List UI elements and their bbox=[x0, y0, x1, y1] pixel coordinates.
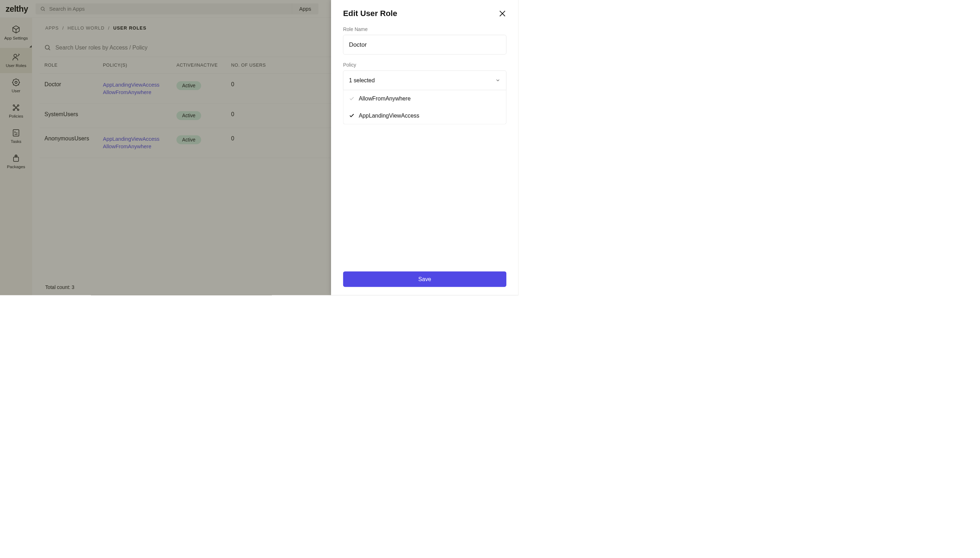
check-icon bbox=[349, 96, 355, 102]
user-count: 0 bbox=[231, 111, 235, 117]
policy-link[interactable]: AppLandingViewAccess bbox=[103, 135, 176, 143]
policy-link[interactable]: AppLandingViewAccess bbox=[103, 81, 176, 89]
svg-point-4 bbox=[13, 79, 19, 85]
svg-point-7 bbox=[13, 109, 15, 110]
status-badge: Active bbox=[176, 135, 201, 144]
sidebar-item-packages[interactable]: Packages bbox=[0, 149, 32, 174]
sidebar-item-label: App Settings bbox=[4, 36, 28, 41]
user-gear-icon bbox=[12, 78, 20, 87]
sidebar-item-app-settings[interactable]: App Settings bbox=[0, 18, 32, 48]
policy-option[interactable]: AllowFromAnywhere bbox=[343, 90, 506, 107]
policy-select-value: 1 selected bbox=[349, 77, 374, 84]
drawer-title: Edit User Role bbox=[343, 9, 397, 18]
svg-point-6 bbox=[18, 105, 19, 106]
edit-role-drawer: Edit User Role Role Name Policy 1 select… bbox=[331, 0, 519, 295]
policies-icon bbox=[12, 103, 20, 112]
breadcrumb-apps[interactable]: APPS bbox=[45, 25, 59, 30]
policy-option[interactable]: AppLandingViewAccess bbox=[343, 107, 506, 124]
svg-line-19 bbox=[49, 49, 50, 50]
sidebar-item-policies[interactable]: Policies bbox=[0, 98, 32, 124]
check-icon bbox=[349, 113, 355, 118]
svg-line-12 bbox=[14, 108, 15, 109]
th-policy: POLICY(S) bbox=[103, 63, 176, 68]
svg-line-11 bbox=[16, 106, 18, 107]
chevron-down-icon bbox=[495, 78, 501, 83]
sidebar-item-label: User Roles bbox=[6, 63, 26, 69]
svg-point-18 bbox=[45, 45, 49, 49]
svg-point-3 bbox=[15, 81, 17, 84]
search-icon bbox=[40, 6, 46, 11]
svg-line-1 bbox=[44, 10, 45, 11]
sidebar-item-label: Tasks bbox=[11, 139, 21, 144]
svg-rect-17 bbox=[13, 157, 18, 161]
policy-label: Policy bbox=[343, 62, 506, 68]
breadcrumb-current: USER ROLES bbox=[113, 25, 146, 30]
brand-logo: zelthy bbox=[6, 4, 28, 13]
svg-point-5 bbox=[13, 105, 15, 106]
policy-link[interactable]: AllowFromAnywhere bbox=[103, 143, 176, 150]
save-button[interactable]: Save bbox=[343, 271, 506, 287]
cube-icon bbox=[12, 25, 20, 33]
user-count: 0 bbox=[231, 135, 235, 141]
th-status: ACTIVE/INACTIVE bbox=[176, 63, 231, 68]
close-icon[interactable] bbox=[499, 10, 506, 18]
role-name: Doctor bbox=[44, 81, 61, 87]
sidebar: App Settings User Roles User Policies Ta… bbox=[0, 18, 32, 295]
sidebar-item-label: Policies bbox=[9, 114, 23, 119]
role-name: SystemUsers bbox=[44, 111, 78, 117]
search-icon bbox=[44, 44, 51, 51]
breadcrumb-sep: / bbox=[62, 25, 64, 30]
role-name-input[interactable] bbox=[343, 35, 506, 54]
breadcrumb-sep: / bbox=[108, 25, 110, 30]
svg-point-9 bbox=[15, 107, 17, 108]
policy-link[interactable]: AllowFromAnywhere bbox=[103, 89, 176, 96]
sidebar-item-tasks[interactable]: Tasks bbox=[0, 124, 32, 149]
global-search-input[interactable] bbox=[49, 6, 287, 12]
tasks-icon bbox=[12, 129, 20, 137]
policy-option-label: AllowFromAnywhere bbox=[359, 95, 411, 102]
sidebar-item-label: User bbox=[12, 89, 21, 94]
breadcrumb-app-name[interactable]: HELLO WORLD bbox=[67, 25, 104, 30]
svg-line-10 bbox=[14, 106, 15, 107]
th-role: ROLE bbox=[44, 63, 103, 68]
apps-dropdown[interactable]: Apps bbox=[292, 3, 318, 14]
sidebar-item-user[interactable]: User bbox=[0, 73, 32, 98]
policy-option-label: AppLandingViewAccess bbox=[359, 112, 419, 119]
svg-point-2 bbox=[14, 54, 17, 57]
user-role-icon bbox=[12, 53, 20, 61]
sidebar-item-user-roles[interactable]: User Roles bbox=[0, 48, 32, 73]
packages-icon bbox=[12, 154, 20, 162]
user-count: 0 bbox=[231, 81, 235, 87]
status-badge: Active bbox=[176, 111, 201, 120]
svg-line-13 bbox=[16, 108, 18, 109]
sidebar-item-label: Packages bbox=[7, 164, 25, 169]
global-search: Apps bbox=[36, 3, 318, 14]
svg-point-0 bbox=[41, 7, 44, 10]
svg-point-8 bbox=[18, 109, 19, 110]
role-name-label: Role Name bbox=[343, 26, 506, 32]
policy-select[interactable]: 1 selected bbox=[343, 71, 506, 90]
policy-dropdown: AllowFromAnywhere AppLandingViewAccess bbox=[343, 90, 506, 124]
role-name: AnonymousUsers bbox=[44, 135, 89, 141]
status-badge: Active bbox=[176, 81, 201, 90]
